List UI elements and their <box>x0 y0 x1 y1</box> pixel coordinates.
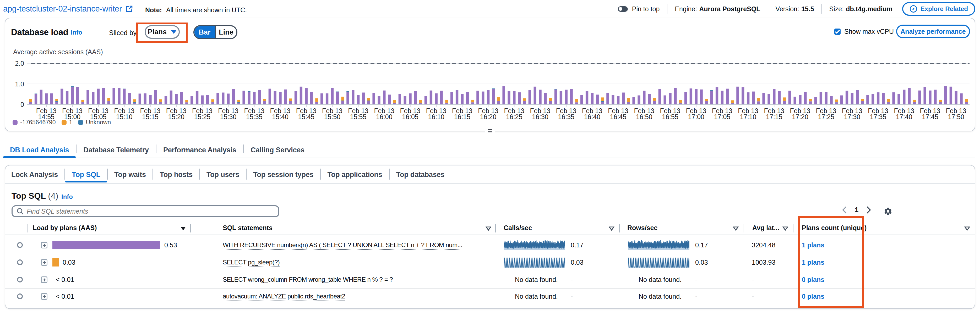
legend-item-plan[interactable]: -1765646790 <box>13 119 56 126</box>
calls-per-sec-sparkline[interactable] <box>504 240 565 250</box>
load-bar-segment[interactable] <box>835 100 838 102</box>
load-bar-segment[interactable] <box>383 90 385 105</box>
load-bar-segment[interactable] <box>809 101 812 105</box>
subtab-top-hosts[interactable]: Top hosts <box>153 165 199 184</box>
pin-to-top-toggle[interactable] <box>618 6 628 12</box>
load-bar-segment[interactable] <box>554 89 557 105</box>
rows-per-sec-sparkline[interactable] <box>628 257 689 268</box>
load-bar-segment[interactable] <box>575 99 578 103</box>
load-bar-segment[interactable] <box>409 94 411 105</box>
load-bar-segment[interactable] <box>700 89 703 105</box>
load-bar-segment[interactable] <box>731 100 734 103</box>
load-bar-segment[interactable] <box>690 89 692 105</box>
load-bar-segment[interactable] <box>570 89 573 105</box>
load-bar-segment[interactable] <box>721 90 724 105</box>
load-bar-segment[interactable] <box>601 97 604 101</box>
load-bar-segment[interactable] <box>149 95 151 105</box>
load-bar-segment[interactable] <box>846 90 848 105</box>
load-bar-segment[interactable] <box>331 88 334 105</box>
load-bar-segment[interactable] <box>544 93 547 105</box>
load-bar-segment[interactable] <box>773 89 775 105</box>
plans-count-link[interactable]: 0 plans <box>802 276 824 284</box>
load-bar-segment[interactable] <box>134 99 136 102</box>
load-bar-segment[interactable] <box>757 98 760 101</box>
load-bar-segment[interactable] <box>102 88 105 105</box>
load-bar-segment[interactable] <box>388 95 391 105</box>
load-bar-segment[interactable] <box>128 93 131 105</box>
row-expand-button[interactable] <box>41 242 48 248</box>
load-bar-segment[interactable] <box>368 101 370 105</box>
load-bar-segment[interactable] <box>35 94 37 94</box>
load-bar-segment[interactable] <box>206 95 209 105</box>
load-bar-segment[interactable] <box>533 87 536 105</box>
row-radio-button[interactable] <box>17 294 23 299</box>
load-bar-segment[interactable] <box>856 90 859 105</box>
load-bar-segment[interactable] <box>934 90 937 105</box>
column-caret-icon[interactable] <box>964 226 970 231</box>
load-bar-segment[interactable] <box>180 92 183 105</box>
load-bar-segment[interactable] <box>393 100 396 103</box>
load-bar-segment[interactable] <box>237 103 240 105</box>
load-bar-segment[interactable] <box>315 98 318 102</box>
instance-title-link[interactable]: apg-testcluster-02-instance-writer <box>3 4 133 14</box>
load-bar-segment[interactable] <box>425 96 427 105</box>
load-bar-segment[interactable] <box>643 90 645 105</box>
load-bar-segment[interactable] <box>55 102 58 105</box>
load-bar-segment[interactable] <box>705 101 708 105</box>
load-bar-segment[interactable] <box>357 95 360 105</box>
load-bar-segment[interactable] <box>913 102 916 105</box>
load-bar-segment[interactable] <box>154 90 157 105</box>
show-max-vcpu-checkbox[interactable] <box>834 29 841 35</box>
load-bar-segment[interactable] <box>341 100 344 101</box>
line-segment[interactable]: Line <box>215 26 236 38</box>
column-caret-icon[interactable] <box>485 226 491 231</box>
load-bar-segment[interactable] <box>794 97 796 105</box>
load-bar-segment[interactable] <box>965 102 968 105</box>
column-header-load-by-plans-aas[interactable]: Load by plans (AAS) <box>33 224 97 232</box>
load-bar-segment[interactable] <box>107 98 110 101</box>
column-header-rows-sec[interactable]: Rows/sec <box>627 224 657 232</box>
load-bar-segment[interactable] <box>612 95 614 105</box>
column-caret-icon[interactable] <box>733 226 739 231</box>
load-bar-segment[interactable] <box>92 92 94 105</box>
load-bar-segment[interactable] <box>368 100 370 101</box>
load-bar-segment[interactable] <box>476 90 479 105</box>
load-bar-segment[interactable] <box>950 87 952 105</box>
load-bar-segment[interactable] <box>289 101 292 105</box>
load-bar-segment[interactable] <box>45 94 48 105</box>
load-bar-segment[interactable] <box>461 94 463 105</box>
load-bar-segment[interactable] <box>107 101 110 105</box>
rows-per-sec-sparkline[interactable] <box>628 240 689 250</box>
load-bar-segment[interactable] <box>882 93 885 105</box>
load-bar-segment[interactable] <box>419 100 422 103</box>
load-bar-segment[interactable] <box>752 92 755 105</box>
load-bar-segment[interactable] <box>554 89 557 89</box>
load-bar-segment[interactable] <box>185 102 188 105</box>
load-bar-segment[interactable] <box>596 95 599 105</box>
load-bar-segment[interactable] <box>679 100 682 103</box>
load-bar-segment[interactable] <box>710 90 713 90</box>
load-bar-segment[interactable] <box>471 102 474 105</box>
load-bar-segment[interactable] <box>336 92 339 92</box>
load-bar-segment[interactable] <box>341 101 344 105</box>
load-bar-segment[interactable] <box>523 98 526 101</box>
load-bar-segment[interactable] <box>659 89 661 105</box>
load-bar-segment[interactable] <box>705 99 708 101</box>
load-bar-segment[interactable] <box>227 94 229 105</box>
sort-descending-icon[interactable] <box>180 226 186 231</box>
load-bar-segment[interactable] <box>815 97 817 105</box>
top-sql-info-link[interactable]: Info <box>61 193 73 200</box>
load-bar-segment[interactable] <box>710 90 713 105</box>
load-bar-segment[interactable] <box>242 90 245 105</box>
load-bar-segment[interactable] <box>549 101 552 105</box>
load-bar-segment[interactable] <box>887 99 890 102</box>
load-bar-segment[interactable] <box>55 99 58 101</box>
load-bar-segment[interactable] <box>50 94 52 105</box>
subtab-top-session-types[interactable]: Top session types <box>247 165 320 184</box>
pager-page-number[interactable]: 1 <box>855 206 858 214</box>
tab-database-telemetry[interactable]: Database Telemetry <box>76 142 156 158</box>
load-bar-segment[interactable] <box>450 92 453 105</box>
load-bar-segment[interactable] <box>840 95 843 105</box>
row-expand-button[interactable] <box>41 259 48 266</box>
load-bar-segment[interactable] <box>835 102 838 102</box>
